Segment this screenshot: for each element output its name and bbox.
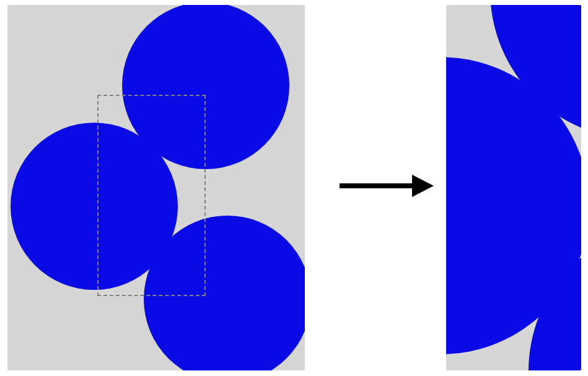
result-panel	[446, 5, 581, 370]
svg-marker-1	[412, 175, 434, 197]
arrow-icon	[335, 172, 437, 199]
source-panel	[7, 5, 305, 370]
